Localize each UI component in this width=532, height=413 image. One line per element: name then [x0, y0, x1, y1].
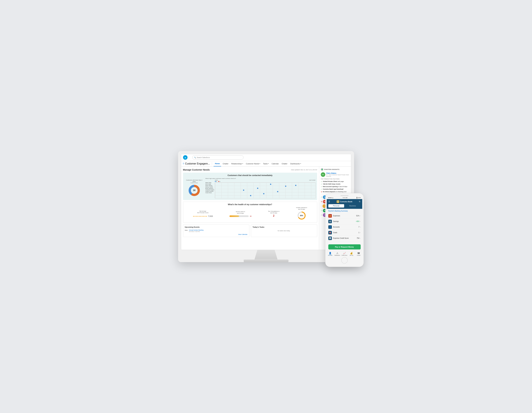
name-6: Colleen Durham	[205, 191, 214, 192]
nav-dashboards[interactable]: Dashboards▾	[289, 161, 302, 166]
progress-wrap: 10	[229, 215, 252, 217]
nav-chatter[interactable]: Chatter	[221, 161, 230, 166]
phone-row-credit[interactable]: 📊 Experian Credit Score 754 ›	[328, 236, 361, 241]
phone-summary-title: Rachel's Banking Summary	[328, 210, 361, 212]
nav-credit-icon: 📈	[343, 252, 346, 254]
nav-contact-icon: ☎	[357, 252, 360, 254]
factor-icon-3: ✓	[321, 188, 322, 190]
scatter-header: Which high-value customers need a servic…	[205, 178, 315, 179]
manage-header: Manage Customer Needs Data updated: Mar …	[183, 169, 317, 171]
phone-row-savings[interactable]: 🏦 Savings +$50 ›	[328, 219, 361, 224]
donut-chart: Customers with fewer than 2 goals Count …	[185, 179, 204, 197]
sf-nav: ⠿ Customer Engagem... Home Chatter Relat…	[181, 161, 351, 167]
metric-bob: % BoB contacted inlast 30 days 66%	[296, 207, 307, 221]
expenses-arrow: ›	[360, 215, 361, 217]
phone-tab-business[interactable]: Business	[345, 204, 361, 208]
nav-tasks[interactable]: Tasks▾	[262, 161, 270, 166]
expenses-label: Expenses	[333, 215, 340, 217]
search-bar[interactable]: 🔍 Search Salesforce	[192, 155, 244, 160]
donut-label: Customers with fewer than 2 goals	[185, 179, 204, 182]
savings-value: +$50	[356, 221, 360, 222]
nps-label: My AverageNet Promoter Score	[193, 211, 213, 214]
grid-icon: ⠿	[183, 163, 184, 165]
nav-calendar[interactable]: Calendar	[270, 161, 280, 166]
person-info: Claire Adams 92 - New Customer Need! Pri…	[326, 172, 350, 177]
phone-home-button[interactable]	[341, 257, 348, 264]
stars-empty: ★★★	[203, 215, 207, 217]
phone-nav-credit[interactable]: 📈 Credit Score	[341, 252, 348, 256]
phone-refresh-icon[interactable]: ↻	[359, 201, 361, 203]
tasks-panel: Today's Tasks No tasks due today.	[251, 224, 317, 237]
goals-value: 1	[359, 232, 360, 233]
factor-text-4: No Direct Deposit on Checking Acct	[323, 191, 347, 192]
name-4: Burke Sampson	[205, 188, 214, 189]
credit-label: Experian Credit Score	[333, 237, 349, 239]
phone-app-logo: 🏦	[337, 200, 339, 203]
nav-relationships[interactable]: Relationships▾	[230, 161, 244, 166]
legend-0: 0	[215, 181, 217, 182]
factor-1: ✓ >$2.0m Held Away Assets	[321, 183, 350, 185]
nav-home[interactable]: Home	[214, 161, 221, 166]
scene: ☁ 🔍 Search Salesforce ⠿ Customer Engagem…	[178, 151, 354, 262]
stars-row: ★★★★★★★★★★ 7.3/10	[193, 215, 213, 217]
phone-row-goals[interactable]: 🎯 Goals 1 ›	[328, 230, 361, 236]
svg-text:30: 30	[193, 189, 196, 192]
phone-menu-icon[interactable]: ☰	[328, 201, 330, 203]
accounts-value: 7	[359, 226, 360, 228]
factor-text-0: Visited Private Client web page	[323, 181, 344, 182]
phone-tab-personal[interactable]: Personal	[328, 204, 344, 208]
accounts-icon: 👤	[328, 225, 332, 229]
phone-nav-notifications[interactable]: ⚠ Notifications	[334, 252, 341, 256]
nav-chatter2[interactable]: Chatter	[280, 161, 289, 166]
gauge-svg: 66%	[297, 211, 306, 220]
search-placeholder: Search Salesforce	[197, 157, 210, 158]
contact-icon-anna: ○	[321, 205, 322, 207]
dot-4	[243, 190, 244, 191]
dot-2	[285, 186, 286, 187]
events-panel: Upcoming Events Now Annual review Meetin…	[183, 224, 249, 237]
phone-status-bar: ●●●●● ▲ 9:41 AM ▌100%	[327, 197, 362, 198]
svg-point-8	[322, 169, 323, 170]
status-right: ▌100%	[357, 197, 361, 198]
event-name[interactable]: Annual review Meeting	[189, 229, 204, 231]
expenses-value-wrap: 51% ›	[356, 215, 361, 217]
factor-text-1: >$2.0m Held Away Assets	[323, 183, 341, 185]
insight-sub: 92 - New Customer Need! Private Client S…	[326, 174, 350, 177]
legend-row: 0 1	[215, 181, 315, 182]
pay-request-button[interactable]: Pay or Request Money	[328, 244, 361, 250]
savings-left: 🏦 Savings	[328, 220, 339, 223]
insight-name[interactable]: Claire Adams	[326, 172, 350, 174]
accounts-left: 👤 Accounts	[328, 225, 340, 229]
dot-5	[277, 191, 278, 192]
accounts-value-wrap: 7 ›	[359, 226, 361, 228]
phone-bottom-nav: 👤 Accounts ⚠ Notifications 📈 Credit Scor…	[327, 251, 362, 256]
factor-4: ⊗ No Direct Deposit on Checking Acct	[321, 191, 350, 193]
stars-filled: ★★★★★★★	[193, 215, 203, 217]
phone-app-title: 🏦 Cumulus Bank	[337, 200, 352, 203]
accounts-arrow: ›	[360, 226, 361, 228]
credit-arrow: ›	[360, 237, 361, 239]
factor-icon-0: ✓	[321, 181, 322, 182]
phone-nav-billpay[interactable]: 💰 Bill Pay	[348, 252, 355, 256]
scatter-chart: Which high-value customers need a servic…	[205, 178, 315, 198]
contact-icon-katelyn: ✓	[321, 214, 322, 216]
nav-notifications-icon: ⚠	[336, 252, 338, 254]
nav-accounts-icon: 👤	[329, 252, 332, 254]
event-details: Annual review Meeting 3/27/2017 4:30 PM	[189, 229, 204, 232]
phone-row-expenses[interactable]: 💳 Expenses 51% ›	[328, 213, 361, 219]
names-col: Aidan Shaw Anne Salas Asher Newton Aubre…	[205, 180, 214, 198]
savings-arrow: ›	[360, 221, 361, 222]
phone-nav-accounts[interactable]: 👤 Accounts	[327, 252, 334, 256]
phone-row-accounts[interactable]: 👤 Accounts 7 ›	[328, 224, 361, 230]
view-calendar-link[interactable]: View Calendar	[185, 234, 247, 235]
nav-customer-needs[interactable]: Customer Needs▾	[245, 161, 262, 166]
chart-title: Customers that should be contacted immed…	[185, 174, 315, 176]
goals-value-wrap: 1 ›	[359, 232, 361, 233]
event-time: Now	[185, 230, 188, 231]
factor-2: ✓ New account opening in last 30 days	[321, 186, 350, 188]
expenses-icon: 💳	[328, 214, 332, 218]
phone-nav-contact[interactable]: ☎ Contact	[355, 252, 362, 256]
savings-label: Savings	[333, 221, 339, 222]
accounts-label: Accounts	[333, 226, 340, 228]
status-time: 9:41 AM	[343, 197, 347, 198]
